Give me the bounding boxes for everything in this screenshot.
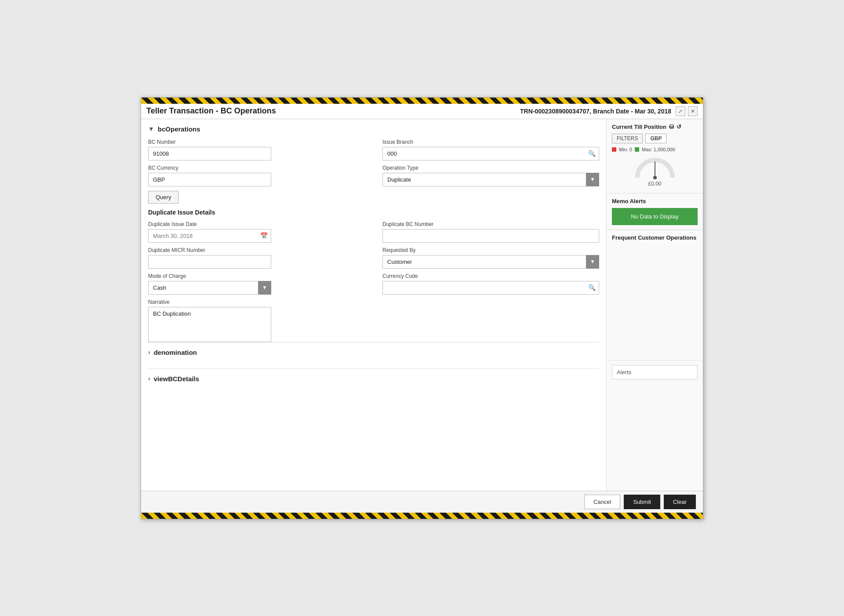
bc-section-label: bcOperations	[158, 125, 200, 133]
mode-of-charge-select-wrapper: ▼	[148, 281, 271, 295]
gauge-value: £0.00	[648, 181, 661, 187]
bc-number-group: BC Number	[148, 139, 271, 160]
bottom-bar: Cancel Submit Clear	[141, 491, 703, 513]
svg-point-1	[653, 176, 657, 179]
currency-code-wrapper: 🔍	[382, 281, 599, 295]
view-bc-label: viewBCDetails	[154, 375, 199, 383]
operation-type-group: Operation Type ▼	[382, 165, 599, 186]
requested-by-select-wrapper: ▼	[382, 255, 599, 269]
gbp-button[interactable]: GBP	[645, 134, 666, 143]
dup-row3-grid: Mode of Charge ▼ Currency Code 🔍	[148, 273, 599, 295]
denomination-label: denomination	[154, 349, 197, 356]
main-window: Teller Transaction - BC Operations TRN-0…	[141, 97, 703, 519]
bc-currency-input[interactable]	[148, 173, 271, 186]
trn-info: TRN-0002308900034707, Branch Date - Mar …	[520, 108, 671, 115]
caution-stripe-top	[141, 98, 703, 104]
calendar-icon[interactable]: 📅	[260, 232, 268, 239]
window-title: Teller Transaction - BC Operations	[146, 106, 276, 116]
dup-row1-grid: Duplicate Issue Date 📅 Duplicate BC Numb…	[148, 221, 599, 243]
freq-ops-section: Frequent Customer Operations	[607, 230, 703, 361]
bc-number-input[interactable]	[148, 147, 271, 160]
bc-currency-grid: BC Currency Operation Type ▼	[148, 165, 599, 186]
range-info: Min: 0 Max: 1,000,000	[612, 147, 698, 152]
bc-currency-group: BC Currency	[148, 165, 271, 186]
issue-branch-group: Issue Branch 🔍	[382, 139, 599, 160]
narrative-textarea[interactable]	[148, 307, 271, 342]
dup-issue-date-group: Duplicate Issue Date 📅	[148, 221, 271, 243]
bc-section-arrow: ▼	[148, 125, 154, 132]
close-button[interactable]: ✕	[688, 106, 698, 116]
operation-type-input[interactable]	[382, 173, 599, 186]
search-icon[interactable]: 🔍	[588, 150, 596, 157]
till-position-section: Current Till Position ⛁ ↺ FILTERS GBP Mi…	[607, 119, 703, 193]
main-content: ▼ bcOperations BC Number Issue Branch 🔍	[141, 119, 703, 491]
min-label: Min: 0	[619, 147, 632, 152]
title-bar-right: TRN-0002308900034707, Branch Date - Mar …	[520, 106, 698, 116]
requested-by-group: Requested By ▼	[382, 247, 599, 269]
max-label: Max: 1,000,000	[642, 147, 675, 152]
maximize-button[interactable]: ⤢	[676, 106, 685, 116]
currency-code-label: Currency Code	[382, 273, 599, 279]
filters-button[interactable]: FILTERS	[612, 134, 643, 143]
issue-branch-input[interactable]	[382, 147, 599, 160]
narrative-label: Narrative	[148, 299, 271, 305]
currency-code-group: Currency Code 🔍	[382, 273, 599, 295]
query-button[interactable]: Query	[148, 191, 178, 204]
refresh-icon[interactable]: ↺	[677, 124, 681, 130]
freq-ops-title: Frequent Customer Operations	[612, 234, 698, 241]
till-title: Current Till Position	[612, 124, 666, 130]
denomination-header[interactable]: › denomination	[148, 349, 599, 356]
filter-icon[interactable]: ⛁	[669, 124, 674, 130]
dup-issue-date-input[interactable]	[148, 229, 271, 243]
denomination-arrow: ›	[148, 349, 150, 356]
window-controls: ⤢ ✕	[676, 106, 698, 116]
requested-by-label: Requested By	[382, 247, 599, 253]
operation-type-select-wrapper: ▼	[382, 173, 599, 186]
currency-code-input[interactable]	[382, 281, 599, 295]
min-dot	[612, 147, 616, 152]
mode-of-charge-group: Mode of Charge ▼	[148, 273, 271, 295]
denomination-section: › denomination	[148, 342, 599, 368]
dup-micr-input[interactable]	[148, 255, 271, 269]
requested-by-input[interactable]	[382, 255, 599, 269]
issue-branch-input-wrapper: 🔍	[382, 147, 599, 160]
dup-row2-grid: Duplicate MICR Number Requested By ▼	[148, 247, 599, 269]
alerts-box: Alerts	[612, 365, 698, 379]
view-bc-header[interactable]: › viewBCDetails	[148, 375, 599, 383]
dup-micr-label: Duplicate MICR Number	[148, 247, 271, 253]
memo-title: Memo Alerts	[612, 198, 698, 204]
dup-bc-number-label: Duplicate BC Number	[382, 221, 599, 227]
gauge-svg	[633, 156, 677, 180]
form-panel: ▼ bcOperations BC Number Issue Branch 🔍	[141, 119, 606, 491]
right-panel: Current Till Position ⛁ ↺ FILTERS GBP Mi…	[606, 119, 703, 491]
submit-button[interactable]: Submit	[624, 495, 660, 509]
gauge-container: £0.00	[612, 156, 698, 187]
till-title-row: Current Till Position ⛁ ↺	[612, 124, 698, 130]
memo-no-data-button[interactable]: No Data to Display	[612, 208, 698, 225]
cancel-button[interactable]: Cancel	[584, 495, 620, 509]
mode-of-charge-label: Mode of Charge	[148, 273, 271, 279]
bc-top-grid: BC Number Issue Branch 🔍	[148, 139, 599, 160]
dup-issue-date-label: Duplicate Issue Date	[148, 221, 271, 227]
dup-micr-group: Duplicate MICR Number	[148, 247, 271, 269]
bc-currency-label: BC Currency	[148, 165, 271, 171]
alerts-label: Alerts	[617, 369, 631, 375]
clear-button[interactable]: Clear	[664, 495, 696, 509]
mode-of-charge-input[interactable]	[148, 281, 271, 295]
view-bc-section: › viewBCDetails	[148, 368, 599, 395]
alerts-section: Alerts	[607, 361, 703, 491]
filter-controls: FILTERS GBP	[612, 134, 698, 143]
view-bc-arrow: ›	[148, 375, 150, 382]
dup-issue-date-wrapper: 📅	[148, 229, 271, 243]
currency-search-icon[interactable]: 🔍	[588, 284, 596, 291]
duplicate-section-title: Duplicate Issue Details	[148, 209, 599, 216]
title-bar: Teller Transaction - BC Operations TRN-0…	[141, 104, 703, 119]
bc-operations-section-header[interactable]: ▼ bcOperations	[148, 125, 599, 133]
operation-type-label: Operation Type	[382, 165, 599, 171]
dup-bc-number-input[interactable]	[382, 229, 599, 243]
memo-alerts-section: Memo Alerts No Data to Display	[607, 193, 703, 230]
dup-bc-number-group: Duplicate BC Number	[382, 221, 599, 243]
narrative-group: Narrative	[148, 299, 271, 342]
caution-stripe-bottom	[141, 513, 703, 519]
issue-branch-label: Issue Branch	[382, 139, 599, 145]
